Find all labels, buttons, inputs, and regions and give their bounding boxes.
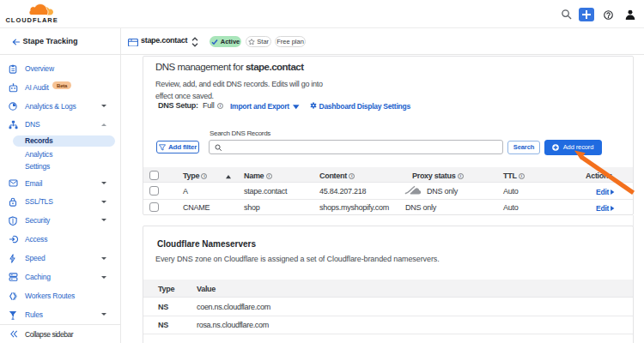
- svg-text:CLOUDFLARE: CLOUDFLARE: [6, 16, 58, 24]
